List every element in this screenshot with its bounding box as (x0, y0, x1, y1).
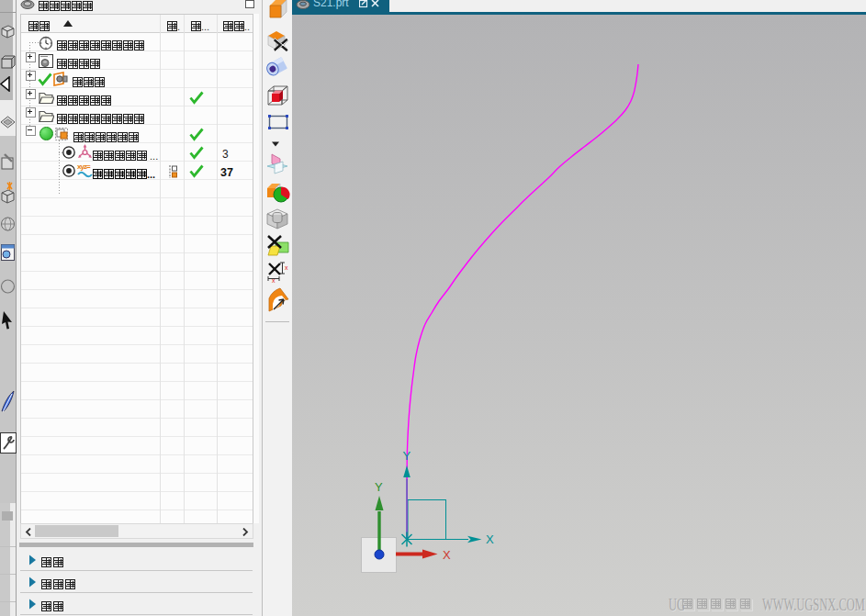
svg-text:Y: Y (375, 480, 383, 494)
svg-text:x: x (272, 277, 276, 283)
svg-text:x: x (285, 264, 288, 271)
svg-text:WWW.UGSNX.COM: WWW.UGSNX.COM (762, 596, 865, 614)
svg-text:Y: Y (403, 449, 411, 463)
svg-text:X: X (486, 532, 494, 546)
svg-text:X: X (443, 548, 451, 562)
